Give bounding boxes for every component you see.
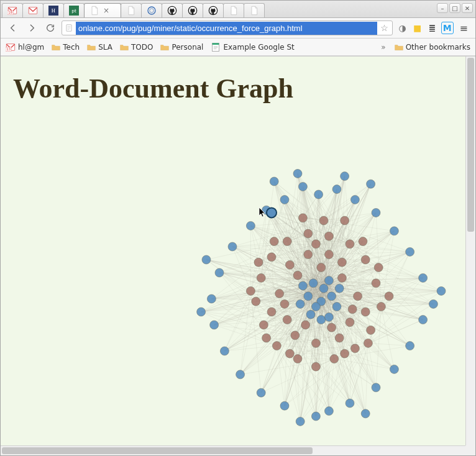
bookmark-item[interactable]: Tech [52,43,80,52]
horizontal-scrollbar[interactable] [1,445,465,455]
extension-ghostery-icon[interactable]: ◑ [396,22,409,34]
browser-tab[interactable] [141,3,162,17]
menu-button[interactable]: ≡ [457,22,470,34]
maximize-button[interactable]: □ [449,3,460,13]
extension-buffer-icon[interactable]: ≣ [426,22,439,34]
graph-node[interactable] [262,334,271,342]
graph-node[interactable] [406,247,414,256]
graph-node[interactable] [335,284,344,293]
graph-node[interactable] [364,339,372,347]
minimize-button[interactable]: – [437,3,448,13]
browser-tab[interactable] [203,3,224,17]
graph-node[interactable] [332,185,341,194]
graph-node[interactable] [291,331,300,340]
browser-tab[interactable] [121,3,142,17]
graph-node[interactable] [419,273,428,282]
graph-node[interactable] [283,237,291,246]
graph-node[interactable] [280,401,289,410]
graph-node[interactable] [280,299,289,308]
bookmarks-overflow-button[interactable]: » [378,43,388,52]
graph-node[interactable] [341,172,349,181]
extension-notes-icon[interactable]: ■ [411,22,424,34]
horizontal-scroll-thumb[interactable] [2,447,313,454]
browser-tab[interactable]: × [84,3,121,17]
forward-button[interactable] [24,21,39,35]
bookmark-item[interactable]: SLA [87,43,112,52]
extension-mail-icon[interactable]: M [441,22,454,34]
graph-node[interactable] [298,182,307,191]
browser-tab[interactable] [223,3,244,17]
graph-node[interactable] [319,216,328,225]
reload-button[interactable] [43,21,58,35]
graph-node[interactable] [304,229,313,238]
graph-node[interactable] [246,286,255,295]
graph-node[interactable] [330,355,339,363]
graph-node[interactable] [367,180,375,188]
graph-node[interactable] [335,334,344,342]
graph-node[interactable] [283,316,291,324]
graph-node[interactable] [361,308,370,316]
back-button[interactable] [6,21,21,35]
graph-node[interactable] [296,417,304,426]
graph-node[interactable] [210,321,219,329]
graph-node[interactable] [197,308,206,316]
graph-node[interactable] [324,250,333,259]
graph-node[interactable] [293,169,302,178]
graph-node[interactable] [275,290,284,298]
graph-node[interactable] [270,237,278,246]
other-bookmarks-folder[interactable]: Other bookmarks [395,43,470,52]
graph-node[interactable] [296,299,304,308]
graph-node[interactable] [390,227,398,235]
graph-node[interactable] [337,258,346,267]
graph-node[interactable] [202,255,211,264]
browser-tab[interactable]: H [43,3,64,17]
browser-tab[interactable] [244,3,265,17]
graph-node[interactable] [215,268,224,277]
graph-node[interactable] [259,321,268,329]
graph-node[interactable] [324,312,333,321]
graph-node[interactable] [327,323,336,332]
bookmark-item[interactable]: Personal [160,43,203,52]
graph-node[interactable] [372,279,380,288]
graph-node[interactable] [293,271,302,280]
browser-tab[interactable] [182,3,203,17]
graph-node[interactable] [267,207,277,217]
graph-node[interactable] [319,284,328,293]
graph-node[interactable] [285,349,294,358]
graph-node[interactable] [293,355,302,363]
graph-node[interactable] [257,273,265,282]
bookmark-item[interactable]: Example Google St [211,42,294,52]
graph-node[interactable] [267,253,276,262]
browser-tab[interactable]: 18 [2,3,23,17]
graph-node[interactable] [437,286,446,295]
graph-node[interactable] [306,310,315,319]
graph-node[interactable] [267,308,276,316]
graph-node[interactable] [309,279,318,288]
graph-node[interactable] [301,321,310,329]
graph-node[interactable] [311,362,320,371]
graph-node[interactable] [332,303,341,311]
graph-node[interactable] [429,299,437,308]
graph-node[interactable] [350,344,359,353]
graph-node[interactable] [324,407,333,416]
graph-node[interactable] [317,263,326,272]
graph-node[interactable] [372,383,380,392]
graph-node[interactable] [257,388,265,397]
graph-node[interactable] [341,216,349,225]
graph-node[interactable] [314,190,323,199]
graph-node[interactable] [304,292,313,301]
url-input[interactable] [76,22,377,35]
browser-tab[interactable]: pt [63,3,85,17]
graph-node[interactable] [311,303,320,311]
graph-node[interactable] [406,342,414,350]
graph-node[interactable] [298,214,307,222]
graph-node[interactable] [327,292,336,301]
graph-node[interactable] [220,347,229,355]
graph-node[interactable] [390,365,398,373]
graph-node[interactable] [337,273,346,282]
bookmark-star-icon[interactable]: ☆ [377,23,392,33]
graph-node[interactable] [361,255,370,264]
graph-node[interactable] [298,281,307,290]
graph-node[interactable] [236,370,245,379]
graph-node[interactable] [304,250,313,259]
